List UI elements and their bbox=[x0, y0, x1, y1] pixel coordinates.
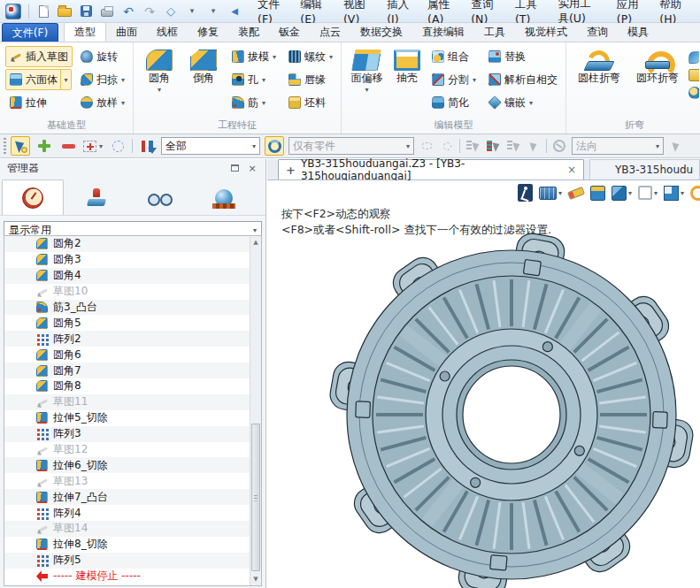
lasso-pick-button[interactable] bbox=[108, 136, 127, 156]
walkthrough-icon[interactable] bbox=[518, 184, 533, 202]
sweep-button[interactable]: 扫掠▾ bbox=[76, 69, 129, 90]
toroidal-bend-button[interactable]: 圆环折弯 bbox=[630, 46, 685, 84]
view-layout-icon[interactable] bbox=[664, 186, 679, 201]
tab-visibility-manager[interactable] bbox=[129, 179, 191, 215]
shell-button[interactable]: 抽壳 bbox=[390, 46, 424, 84]
tree-row[interactable]: 阵列2 bbox=[4, 331, 250, 347]
dropdown-icon[interactable]: ▾ bbox=[262, 99, 265, 107]
ribbon-tab[interactable]: 钣金 bbox=[269, 22, 310, 42]
revolve-button[interactable]: 旋转 bbox=[76, 46, 129, 67]
pick-last-icon[interactable] bbox=[526, 139, 542, 153]
display-mode-icon[interactable] bbox=[539, 187, 557, 200]
tree-row[interactable]: 圆角6 bbox=[4, 347, 250, 363]
insert-sketch-button[interactable]: 插入草图 bbox=[5, 46, 73, 67]
chevron-down-icon[interactable]: ▾ bbox=[628, 189, 632, 197]
tree-row[interactable]: 草图14 bbox=[4, 521, 250, 537]
remove-selection-button[interactable] bbox=[58, 136, 78, 156]
tree-row[interactable]: 圆角4 bbox=[4, 268, 250, 284]
resolve-self-intersection-button[interactable]: 解析自相交 bbox=[484, 69, 562, 90]
ribbon-tab[interactable]: 线框 bbox=[147, 22, 188, 42]
scroll-down-icon[interactable]: ▼ bbox=[250, 573, 261, 585]
ribbon-tab[interactable]: 直接编辑 bbox=[412, 22, 474, 42]
tree-row[interactable]: 拉伸7_凸台 bbox=[4, 489, 250, 505]
simplify-button[interactable]: 简化 bbox=[427, 92, 481, 113]
dropdown-icon[interactable]: ▾ bbox=[329, 53, 333, 61]
eraser-icon[interactable] bbox=[567, 186, 585, 199]
ribbon-tab[interactable]: 点云 bbox=[310, 22, 350, 42]
orbit-dropdown-icon[interactable]: ▾ bbox=[185, 4, 199, 19]
orbit-view-button[interactable]: ◇ bbox=[164, 4, 178, 19]
document-tab-active[interactable]: + YB3-315houduangai.Z3 - [YB3-315houqian… bbox=[278, 159, 584, 179]
wireframe-cube-icon[interactable] bbox=[638, 186, 652, 200]
shaded-cube-icon[interactable] bbox=[612, 186, 627, 201]
dropdown-icon[interactable]: ▾ bbox=[529, 99, 533, 107]
ribbon-tab[interactable]: 模具 bbox=[618, 22, 658, 42]
smart-pick-button[interactable] bbox=[11, 136, 30, 156]
model-canvas[interactable]: 按下<F2>动态的观察 <F8>或者<Shift-roll> 查找下一个有效的过… bbox=[267, 180, 700, 588]
dropdown-icon[interactable]: ▾ bbox=[262, 76, 265, 84]
fillet-button[interactable]: 圆角▾ bbox=[139, 46, 180, 94]
tree-row[interactable]: 草图12 bbox=[4, 442, 250, 458]
inlay-button[interactable]: 镶嵌▾ bbox=[484, 92, 562, 113]
tree-row[interactable]: ----- 建模停止 ----- bbox=[4, 569, 250, 584]
panel-close-button[interactable]: × bbox=[246, 163, 258, 174]
ribbon-tab[interactable]: 造型 bbox=[64, 22, 106, 42]
chain-def2-icon[interactable] bbox=[439, 139, 455, 153]
scene-filter-select[interactable]: 全部▾ bbox=[161, 137, 260, 155]
close-icon[interactable]: × bbox=[567, 164, 576, 176]
dropdown-icon[interactable]: ▾ bbox=[121, 99, 125, 107]
ribbon-tab[interactable]: 数据交换 bbox=[350, 22, 412, 42]
undo-button[interactable]: ↶ bbox=[121, 4, 135, 19]
tree-row[interactable]: 圆角7 bbox=[4, 363, 250, 378]
open-file-button[interactable] bbox=[58, 4, 72, 19]
tree-row[interactable]: 拉伸6_切除 bbox=[4, 457, 250, 473]
chevron-down-icon[interactable]: ▾ bbox=[654, 189, 658, 197]
collapse-toolbar-icon[interactable]: ◀ bbox=[227, 4, 242, 19]
add-selection-button[interactable] bbox=[35, 136, 54, 156]
replace-button[interactable]: 替换 bbox=[484, 46, 562, 67]
rib-button[interactable]: 筋▾ bbox=[227, 92, 281, 113]
isometric-view-icon[interactable] bbox=[590, 186, 605, 201]
split-button[interactable]: 分割▾ bbox=[427, 69, 481, 90]
3d-model-motor-end-cover[interactable] bbox=[327, 231, 696, 588]
pick-list-all-icon[interactable] bbox=[505, 139, 521, 153]
stock-button[interactable]: 坯料 bbox=[284, 92, 337, 113]
tree-row[interactable]: 圆角8 bbox=[4, 378, 250, 394]
tree-row[interactable]: 草图10 bbox=[4, 284, 250, 300]
dropdown-icon[interactable]: ▾ bbox=[273, 53, 276, 61]
ribbon-tab[interactable]: 视觉样式 bbox=[515, 22, 577, 42]
tree-row[interactable]: 筋3_凸台 bbox=[4, 300, 250, 316]
new-file-button[interactable] bbox=[36, 4, 50, 19]
ribbon-tab[interactable]: 修复 bbox=[188, 22, 228, 42]
tree-row[interactable]: 草图11 bbox=[4, 394, 250, 410]
tree-row[interactable]: 阵列3 bbox=[4, 426, 250, 442]
cylindrical-bend-button[interactable]: 圆柱折弯 bbox=[572, 46, 627, 84]
tree-row[interactable]: 草图13 bbox=[4, 473, 250, 489]
dropdown-icon[interactable]: ▾ bbox=[473, 76, 476, 84]
ribbon-tab[interactable]: 工具 bbox=[474, 22, 515, 42]
ring-icon[interactable] bbox=[690, 186, 700, 201]
pick-list-icon[interactable] bbox=[465, 139, 481, 153]
tree-row[interactable]: 拉伸8_切除 bbox=[4, 537, 250, 553]
panel-restore-button[interactable] bbox=[228, 163, 241, 174]
pick-filter-select[interactable]: 仅有零件▾ bbox=[288, 137, 414, 155]
gyro-icon[interactable] bbox=[551, 139, 567, 153]
print-button[interactable] bbox=[100, 4, 114, 19]
dropdown-icon[interactable]: ▾ bbox=[158, 86, 161, 94]
dropdown-icon[interactable]: ▾ bbox=[121, 76, 125, 84]
dropdown-icon[interactable]: ▾ bbox=[99, 142, 103, 150]
plus-icon[interactable]: + bbox=[286, 164, 296, 177]
thread-button[interactable]: 螺纹▾ bbox=[284, 46, 337, 67]
tree-row[interactable]: 圆角2 bbox=[4, 236, 250, 252]
tab-assembly-manager[interactable] bbox=[65, 179, 127, 215]
ribbon-tab[interactable]: 查询 bbox=[577, 22, 618, 42]
filter-colors-button[interactable] bbox=[137, 136, 157, 156]
wrap-icon[interactable] bbox=[688, 87, 699, 99]
document-tab-inactive[interactable]: YB3-315houdu bbox=[589, 159, 700, 179]
toolbar-grip[interactable] bbox=[4, 138, 6, 154]
chevron-down-icon[interactable]: ▾ bbox=[558, 189, 562, 197]
ribbon-tab[interactable]: 曲面 bbox=[106, 22, 147, 42]
loft-button[interactable]: 放样▾ bbox=[76, 92, 129, 113]
window-pick-button[interactable]: ▾ bbox=[82, 136, 104, 156]
pick-list-active-icon[interactable] bbox=[485, 139, 501, 153]
